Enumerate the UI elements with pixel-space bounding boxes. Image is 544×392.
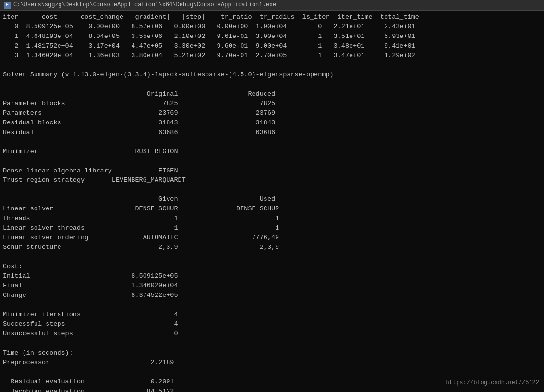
console-line bbox=[3, 185, 541, 195]
console-line: Parameters 23769 23769 bbox=[3, 109, 541, 118]
console-line: Residual blocks 31843 31843 bbox=[3, 118, 541, 128]
watermark: https://blog.csdn.net/Z5122 bbox=[446, 379, 539, 387]
console-line: Change 8.374522e+05 bbox=[3, 291, 541, 300]
console-line: 1 4.648193e+04 8.04e+05 3.55e+06 2.10e+0… bbox=[3, 32, 541, 41]
console-line: Solver Summary (v 1.13.0-eigen-(3.3.4)-l… bbox=[3, 70, 541, 80]
console-line: Preprocessor 2.2189 bbox=[3, 358, 541, 368]
title-path: C:\Users\sggzg\Desktop\ConsoleApplicatio… bbox=[13, 1, 276, 9]
console-line: Threads 1 1 bbox=[3, 214, 541, 223]
title-bar: ► C:\Users\sggzg\Desktop\ConsoleApplicat… bbox=[0, 0, 544, 11]
console-line: Linear solver threads 1 1 bbox=[3, 223, 541, 233]
console-line: Initial 8.509125e+05 bbox=[3, 271, 541, 281]
console-line: Original Reduced bbox=[3, 89, 541, 99]
console-body: iter cost cost_change |gradient| |step| … bbox=[0, 11, 544, 392]
console-line bbox=[3, 80, 541, 89]
console-line: Jacobian evaluation 84.5122 bbox=[3, 387, 541, 392]
console-line: 0 8.509125e+05 0.00e+00 8.57e+06 0.00e+0… bbox=[3, 22, 541, 32]
console-line: Final 1.346029e+04 bbox=[3, 281, 541, 291]
console-line bbox=[3, 157, 541, 166]
console-line: Time (in seconds): bbox=[3, 348, 541, 358]
console-line: Minimizer iterations 4 bbox=[3, 310, 541, 319]
console-line bbox=[3, 339, 541, 348]
console-line: Residual 63686 63686 bbox=[3, 128, 541, 137]
console-line: Linear solver ordering AUTOMATIC 7776,49 bbox=[3, 233, 541, 243]
console-line: Parameter blocks 7825 7825 bbox=[3, 99, 541, 109]
console-line: Cost: bbox=[3, 262, 541, 271]
console-line: Given Used bbox=[3, 195, 541, 204]
console-line: Minimizer TRUST_REGION bbox=[3, 147, 541, 157]
console-line: Successful steps 4 bbox=[3, 319, 541, 329]
console-line: Linear solver DENSE_SCHUR DENSE_SCHUR bbox=[3, 204, 541, 214]
console-line: Unsuccessful steps 0 bbox=[3, 329, 541, 339]
console-line: Dense linear algebra library EIGEN bbox=[3, 166, 541, 176]
console-line bbox=[3, 368, 541, 377]
console-line: Trust region strategy LEVENBERG_MARQUARD… bbox=[3, 175, 541, 185]
title-icon: ► bbox=[4, 2, 11, 9]
console-line: iter cost cost_change |gradient| |step| … bbox=[3, 12, 541, 22]
console-line: 3 1.346029e+04 1.36e+03 3.80e+04 5.21e+0… bbox=[3, 51, 541, 61]
console-line bbox=[3, 61, 541, 70]
console-line: 2 1.481752e+04 3.17e+04 4.47e+05 3.30e+0… bbox=[3, 41, 541, 51]
console-line bbox=[3, 300, 541, 310]
console-line bbox=[3, 137, 541, 147]
console-line: Schur structure 2,3,9 2,3,9 bbox=[3, 243, 541, 252]
console-line bbox=[3, 252, 541, 262]
